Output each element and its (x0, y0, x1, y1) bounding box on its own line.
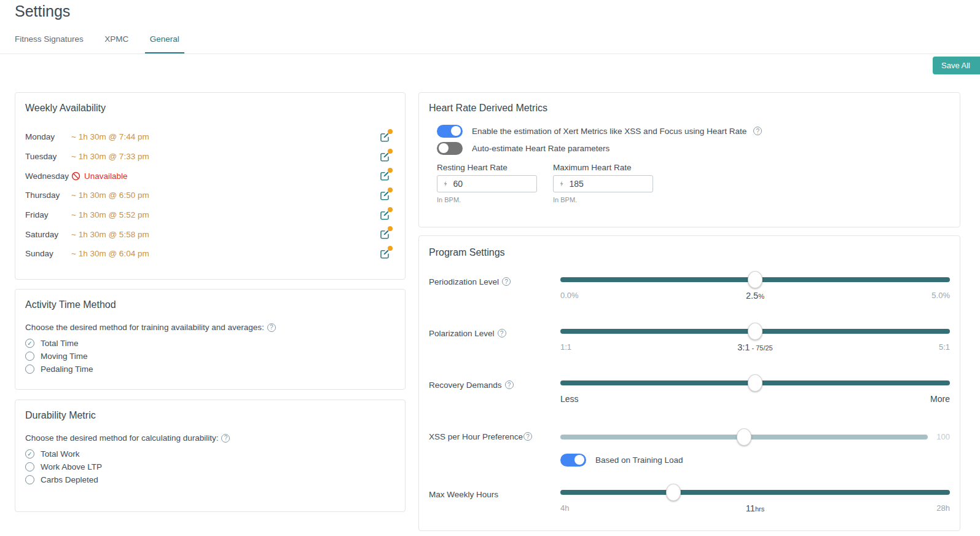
slider-thumb[interactable] (748, 271, 762, 288)
training-load-toggle[interactable] (560, 454, 586, 467)
description-text: Choose the desired method for training a… (25, 323, 264, 332)
slider-label: Recovery Demands (429, 380, 502, 390)
radio-option-work-above-ltp[interactable]: Work Above LTP (25, 460, 395, 473)
resting-heart-rate-input-box[interactable] (437, 175, 537, 192)
edit-availability-button[interactable] (379, 210, 390, 221)
tab-general[interactable]: General (145, 31, 184, 53)
edit-availability-button[interactable] (379, 229, 390, 240)
tab-fitness-signatures[interactable]: Fitness Signatures (10, 31, 88, 53)
activity-time-options: Total Time Moving Time Pedaling Time (25, 337, 395, 376)
edit-badge-dot (388, 149, 393, 154)
heart-rate-content: Enable the estimation of Xert Metrics li… (437, 122, 950, 203)
slider-value-label: 100 (936, 432, 950, 441)
slider-scale: 0.0% 2.5% 5.0% (560, 291, 950, 300)
maximum-heart-rate-field: Maximum Heart Rate In BPM. (553, 163, 653, 203)
periodization-level-row: Periodization Level 0.0% 2.5% 5.0% (429, 269, 950, 321)
auto-estimate-toggle[interactable] (437, 142, 463, 155)
radio-option-carbs-depleted[interactable]: Carbs Depleted (25, 473, 395, 486)
help-icon[interactable] (505, 380, 514, 389)
help-icon[interactable] (267, 323, 276, 332)
durability-metric-title: Durability Metric (25, 410, 395, 421)
field-label: Maximum Heart Rate (553, 163, 653, 172)
durability-metric-description: Choose the desired method for calculatin… (25, 433, 395, 443)
slider-thumb[interactable] (748, 374, 762, 392)
toggle-knob (451, 126, 461, 136)
availability-value: ~ 1h 30m @ 5:58 pm (71, 230, 149, 239)
recovery-demands-slider[interactable] (560, 380, 950, 385)
activity-time-method-card: Activity Time Method Choose the desired … (15, 289, 406, 390)
edit-availability-button[interactable] (379, 151, 390, 162)
radio-icon[interactable] (25, 462, 34, 471)
help-icon[interactable] (498, 329, 506, 337)
help-icon[interactable] (523, 432, 532, 441)
help-icon[interactable] (753, 127, 762, 135)
availability-value: ~ 1h 30m @ 7:33 pm (71, 152, 149, 161)
slider-thumb[interactable] (666, 484, 681, 501)
periodization-level-slider[interactable] (560, 277, 950, 282)
resting-heart-rate-field: Resting Heart Rate In BPM. (437, 163, 537, 203)
radio-option-total-time[interactable]: Total Time (25, 337, 395, 350)
durability-options: Total Work Work Above LTP Carbs Depleted (25, 447, 395, 486)
auto-estimate-toggle-row: Auto-estimate Heart Rate parameters (437, 140, 950, 157)
field-label: Resting Heart Rate (437, 163, 537, 172)
recovery-demands-row: Recovery Demands Less More (429, 372, 950, 424)
availability-value: ~ 1h 30m @ 6:50 pm (71, 191, 149, 200)
max-weekly-hours-row: Max Weekly Hours 4h 11hrs 28h (429, 482, 950, 531)
edit-badge-dot (388, 129, 393, 134)
field-hint: In BPM. (437, 196, 537, 203)
toggle-knob (439, 143, 449, 153)
bolt-icon (559, 179, 565, 188)
radio-selected-icon[interactable] (25, 449, 34, 459)
radio-label: Moving Time (41, 352, 88, 361)
hr-estimation-toggle[interactable] (437, 125, 463, 138)
weekly-availability-title: Weekly Availability (25, 103, 395, 114)
min-label: 1:1 (560, 342, 571, 352)
radio-icon[interactable] (25, 352, 34, 361)
heart-rate-metrics-title: Heart Rate Derived Metrics (429, 103, 950, 114)
availability-row-saturday: Saturday ~ 1h 30m @ 5:58 pm (25, 224, 395, 244)
program-settings-title: Program Settings (429, 247, 950, 258)
center-label: 3:1 - 75/25 (737, 342, 772, 352)
edit-badge-dot (388, 207, 393, 212)
max-weekly-hours-slider[interactable] (560, 490, 950, 495)
heart-rate-fields: Resting Heart Rate In BPM. Maximum Heart… (437, 163, 950, 203)
durability-metric-card: Durability Metric Choose the desired met… (15, 400, 406, 512)
min-label: 4h (560, 503, 569, 513)
edit-availability-button[interactable] (379, 170, 390, 181)
day-label: Friday (25, 210, 71, 219)
training-load-toggle-row: Based on Training Load (560, 451, 950, 468)
edit-availability-button[interactable] (379, 132, 390, 143)
resting-heart-rate-input[interactable] (453, 179, 531, 189)
program-sliders: Periodization Level 0.0% 2.5% 5.0% (429, 269, 950, 531)
maximum-heart-rate-input-box[interactable] (553, 175, 653, 192)
edit-availability-button[interactable] (379, 248, 390, 259)
xss-per-hour-row: XSS per Hour Preference 100 Based on Tra… (429, 424, 950, 482)
help-icon[interactable] (221, 434, 230, 443)
polarization-level-slider[interactable] (560, 329, 950, 334)
help-icon[interactable] (502, 277, 511, 286)
slider-label: XSS per Hour Preference (429, 432, 523, 441)
toggle-label: Enable the estimation of Xert Metrics li… (472, 127, 747, 136)
radio-option-total-work[interactable]: Total Work (25, 447, 395, 460)
availability-value: ~ 1h 30m @ 5:52 pm (71, 210, 149, 219)
day-label: Monday (25, 132, 71, 141)
radio-label: Pedaling Time (41, 365, 93, 374)
edit-badge-dot (388, 168, 393, 173)
weekly-availability-list: Monday ~ 1h 30m @ 7:44 pm Tuesday ~ 1h 3… (25, 127, 395, 264)
edit-badge-dot (388, 246, 393, 251)
slider-thumb[interactable] (748, 323, 762, 340)
tab-xpmc[interactable]: XPMC (100, 31, 133, 53)
radio-label: Work Above LTP (41, 462, 102, 471)
toggle-label: Auto-estimate Heart Rate parameters (472, 144, 610, 153)
center-label: 2.5% (746, 291, 764, 301)
toggle-label: Based on Training Load (595, 455, 683, 465)
radio-option-moving-time[interactable]: Moving Time (25, 350, 395, 363)
radio-selected-icon[interactable] (25, 339, 34, 348)
radio-icon[interactable] (25, 475, 34, 484)
edit-availability-button[interactable] (379, 190, 390, 201)
maximum-heart-rate-input[interactable] (570, 179, 648, 189)
radio-option-pedaling-time[interactable]: Pedaling Time (25, 363, 395, 376)
radio-icon[interactable] (25, 365, 34, 374)
activity-time-method-title: Activity Time Method (25, 299, 395, 310)
save-all-button[interactable]: Save All (933, 57, 980, 74)
